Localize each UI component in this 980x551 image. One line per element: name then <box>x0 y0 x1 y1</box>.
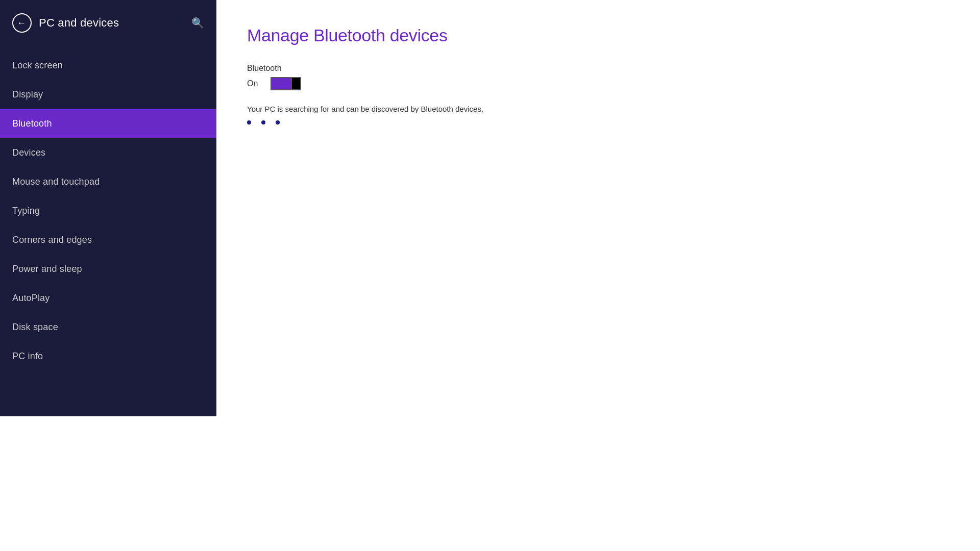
back-arrow-icon: ← <box>17 18 26 28</box>
sidebar-header: ← PC and devices 🔍 <box>0 0 216 46</box>
bluetooth-toggle[interactable] <box>271 77 301 90</box>
bluetooth-section-label: Bluetooth <box>247 64 713 73</box>
sidebar-item-pc-info[interactable]: PC info <box>0 342 216 371</box>
loading-dot-2 <box>261 120 265 124</box>
sidebar-title-group: ← PC and devices <box>12 13 119 33</box>
loading-dot-3 <box>276 120 280 124</box>
sidebar-item-autoplay[interactable]: AutoPlay <box>0 284 216 313</box>
sidebar-item-lock-screen[interactable]: Lock screen <box>0 51 216 80</box>
loading-dot-1 <box>247 120 251 124</box>
sidebar-item-bluetooth[interactable]: Bluetooth <box>0 109 216 138</box>
page-title: Manage Bluetooth devices <box>247 26 713 45</box>
search-icon[interactable]: 🔍 <box>191 17 204 29</box>
sidebar-nav: Lock screenDisplayBluetoothDevicesMouse … <box>0 46 216 416</box>
sidebar-item-power-and-sleep[interactable]: Power and sleep <box>0 255 216 284</box>
bluetooth-toggle-row: On <box>247 77 713 90</box>
toggle-fill <box>272 78 291 89</box>
sidebar-item-disk-space[interactable]: Disk space <box>0 313 216 342</box>
sidebar-item-display[interactable]: Display <box>0 80 216 109</box>
toggle-state-label: On <box>247 79 262 88</box>
sidebar-item-mouse-and-touchpad[interactable]: Mouse and touchpad <box>0 167 216 196</box>
sidebar-item-corners-and-edges[interactable]: Corners and edges <box>0 226 216 255</box>
sidebar: ← PC and devices 🔍 Lock screenDisplayBlu… <box>0 0 216 416</box>
toggle-handle <box>291 78 300 89</box>
bluetooth-status-text: Your PC is searching for and can be disc… <box>247 105 713 113</box>
main-content: Manage Bluetooth devices Bluetooth On Yo… <box>216 0 743 416</box>
sidebar-item-devices[interactable]: Devices <box>0 138 216 167</box>
sidebar-item-typing[interactable]: Typing <box>0 196 216 226</box>
sidebar-title: PC and devices <box>39 16 119 30</box>
loading-dots <box>247 120 713 124</box>
back-button[interactable]: ← <box>12 13 32 33</box>
